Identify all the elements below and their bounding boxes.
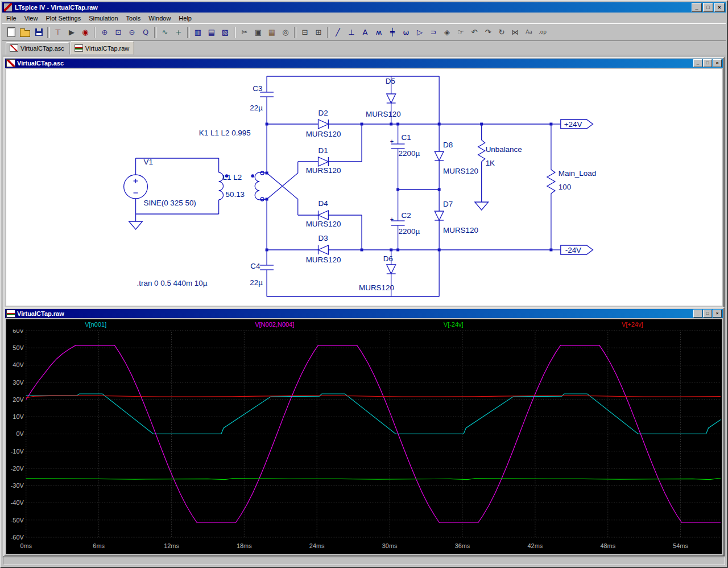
toolbar: ⊤▶◉⊕⊡⊖Q∿+▥▤▧✂▣▦◎⊟⊞╱⊥Aʍ╪ω▷⊃◈☞↶↷↻⋈Aa.op [2,23,726,41]
toolbar-resistor-button[interactable]: ʍ [372,26,386,39]
menu-simulation[interactable]: Simulation [85,14,122,23]
diode-d7[interactable] [435,211,444,220]
capacitor-c1[interactable] [391,144,405,149]
toolbar-open-button[interactable] [18,26,32,39]
voltage-source-v1[interactable] [124,175,148,199]
toolbar-separator [327,27,329,38]
menu-plot-settings[interactable]: Plot Settings [42,14,85,23]
trace-V[+24v][interactable] [26,396,721,398]
redo-icon: ↷ [485,28,491,36]
toolbar-save-button[interactable] [32,26,46,39]
waveform-plot[interactable]: 60V50V40V30V20V10V0V-10V-20V-30V-40V-50V… [6,330,722,554]
cascade-windows-icon: ▧ [222,28,229,36]
trace-legend-label[interactable]: V[+24v] [543,321,722,328]
toolbar-find-button[interactable]: ◎ [279,26,292,39]
label-v1-value: SINE(0 325 50) [143,199,196,207]
toolbar-paste-button[interactable]: ▦ [265,26,279,39]
toolbar-zoom-in-button[interactable]: ⊕ [98,26,111,39]
toolbar-cut-button[interactable]: ✂ [238,26,251,39]
toolbar-control-panel-button[interactable]: ⊤ [51,26,65,39]
trace-V[n001][interactable] [26,394,721,434]
toolbar-run-button[interactable]: ▶ [65,26,78,39]
toolbar-autorange-y-axis-button[interactable]: ∿ [158,26,172,39]
toolbar-mirror-button[interactable]: ⋈ [508,26,522,39]
toolbar-cascade-windows-button[interactable]: ▧ [218,26,232,39]
diode-d4[interactable] [318,211,329,220]
resistor-main-load[interactable] [547,170,555,194]
diode-d2[interactable] [318,120,329,129]
toolbar-component-button[interactable]: ⊃ [427,26,440,39]
title-bar[interactable]: LTspice IV - VirtualCTap.raw _ □ × [2,2,726,13]
trace-legend-label[interactable]: V[N002,N004] [185,321,365,328]
toolbar-halt-button[interactable]: ◉ [78,26,92,39]
toolbar-undo-button[interactable]: ↶ [468,26,481,39]
menu-view[interactable]: View [20,14,42,23]
find-icon: ◎ [282,28,288,36]
tab-virtualctap-asc[interactable]: VirtualCTap.asc [6,42,69,55]
schematic-restore-button[interactable]: □ [703,59,712,67]
menu-file[interactable]: File [2,14,20,23]
menu-tools[interactable]: Tools [122,14,145,23]
toolbar-drag-button[interactable]: ☞ [454,26,468,39]
diode-d8[interactable] [435,151,444,160]
capacitor-c4[interactable] [260,265,274,270]
tab-label: VirtualCTap.asc [20,45,64,52]
capacitor-c3[interactable] [260,92,274,97]
diode-d3[interactable] [318,245,329,254]
toolbar-copy-button[interactable]: ▣ [251,26,265,39]
waveform-minimize-button[interactable]: _ [693,310,702,318]
resistor-unbalance[interactable] [478,140,485,162]
toolbar-tile-horizontally-button[interactable]: ▤ [205,26,218,39]
toolbar-separator [47,27,49,38]
diode-d1[interactable] [318,157,329,166]
menu-help[interactable]: Help [175,14,196,23]
output-flag-minus24[interactable]: -24V [561,245,593,254]
close-button[interactable]: × [714,3,725,12]
toolbar-spice-directive-button[interactable]: .op [536,26,549,39]
window-controls: _ □ × [692,3,725,12]
toolbar-redo-button[interactable]: ↷ [481,26,495,39]
toolbar-label-net-button[interactable]: A [358,26,372,39]
ground-unbalance-icon [475,202,489,210]
toolbar-separator [154,27,156,38]
minimize-button[interactable]: _ [692,3,702,12]
waveform-close-button[interactable]: × [713,310,722,318]
schematic-close-button[interactable]: × [713,59,722,67]
toolbar-zoom-out-button[interactable]: ⊖ [125,26,139,39]
toolbar-move-button[interactable]: ◈ [440,26,454,39]
toolbar-inductor-button[interactable]: ω [399,26,413,39]
app-icon[interactable] [3,3,13,12]
toolbar-capacitor-button[interactable]: ╪ [386,26,399,39]
toolbar-zoom-full-extents-button[interactable]: Q [139,26,152,39]
toolbar-wire-button[interactable]: ╱ [331,26,345,39]
schematic-canvas[interactable]: +24V -24V [6,69,722,306]
schematic-minimize-button[interactable]: _ [693,59,702,67]
trace-legend-label[interactable]: V[-24v] [364,321,543,328]
trace-legend-label[interactable]: V[n001] [6,321,185,328]
toolbar-print-preview-button[interactable]: ⊞ [312,26,325,39]
toolbar-diode-button[interactable]: ▷ [413,26,427,39]
diode-d6[interactable] [387,265,396,274]
move-icon: ◈ [444,28,450,36]
tab-virtualctap-raw[interactable]: VirtualCTap.raw [71,41,134,55]
output-flag-plus24[interactable]: +24V [561,120,593,129]
toolbar-text-button[interactable]: Aa [522,26,536,39]
toolbar-ground-button[interactable]: ⊥ [345,26,358,39]
component-icon: ⊃ [431,28,437,36]
y-axis-label: -30V [11,482,24,489]
trace-V[-24v][interactable] [26,479,721,480]
waveform-canvas[interactable]: V[n001] V[N002,N004] V[-24v] V[+24v] 60V… [6,319,722,554]
toolbar-rotate-button[interactable]: ↻ [495,26,508,39]
toolbar-tile-vertically-button[interactable]: ▥ [191,26,205,39]
waveform-restore-button[interactable]: □ [703,310,712,318]
restore-button[interactable]: □ [703,3,713,12]
diode-d5[interactable] [387,94,396,103]
toolbar-new-schematic-button[interactable] [5,26,18,39]
schematic-title-bar[interactable]: VirtualCTap.asc _ □ × [5,59,723,68]
toolbar-pan-button[interactable]: + [172,26,185,39]
toolbar-zoom-area-button[interactable]: ⊡ [111,26,125,39]
toolbar-print-button[interactable]: ⊟ [298,26,312,39]
menu-window[interactable]: Window [144,14,175,23]
waveform-title-bar[interactable]: VirtualCTap.raw _ □ × [5,309,723,318]
label-inductance: 50.13 [226,190,245,199]
